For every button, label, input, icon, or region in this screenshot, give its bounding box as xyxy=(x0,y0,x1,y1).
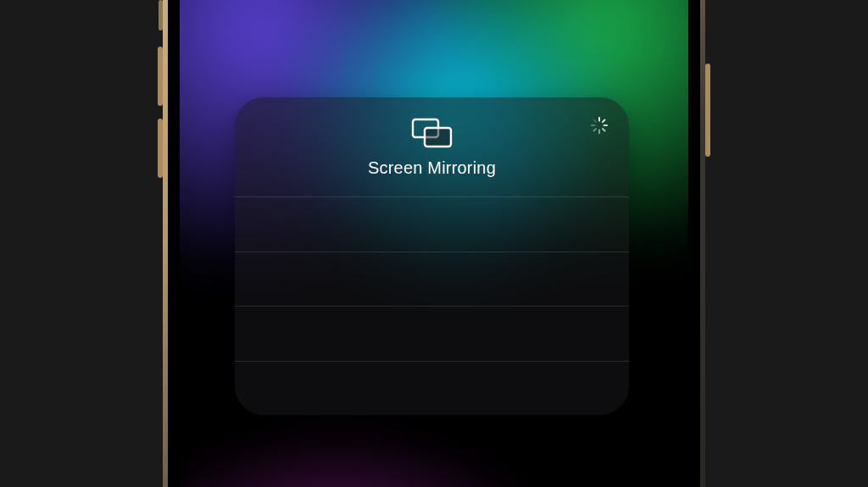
volume-up-button[interactable] xyxy=(158,47,163,106)
svg-line-3 xyxy=(603,120,605,123)
loading-spinner-icon xyxy=(590,116,609,135)
device-row[interactable] xyxy=(235,196,629,252)
card-title: Screen Mirroring xyxy=(368,158,496,178)
screen-mirroring-card[interactable]: Screen Mirroring xyxy=(235,97,629,415)
svg-rect-1 xyxy=(425,128,451,147)
device-row[interactable] xyxy=(235,361,629,416)
screen-mirroring-icon xyxy=(411,118,453,148)
phone-screen: Screen Mirroring xyxy=(180,0,688,487)
device-row[interactable] xyxy=(235,306,629,361)
device-row[interactable] xyxy=(235,252,629,307)
card-header: Screen Mirroring xyxy=(235,97,629,196)
svg-line-5 xyxy=(603,129,605,131)
power-button[interactable] xyxy=(705,64,710,157)
phone-bezel: Screen Mirroring xyxy=(168,0,700,487)
svg-line-7 xyxy=(594,129,597,131)
volume-down-button[interactable] xyxy=(158,119,163,178)
phone-frame: Screen Mirroring xyxy=(163,0,705,487)
mute-switch[interactable] xyxy=(159,0,163,30)
svg-line-9 xyxy=(594,120,597,123)
device-list xyxy=(235,196,629,415)
